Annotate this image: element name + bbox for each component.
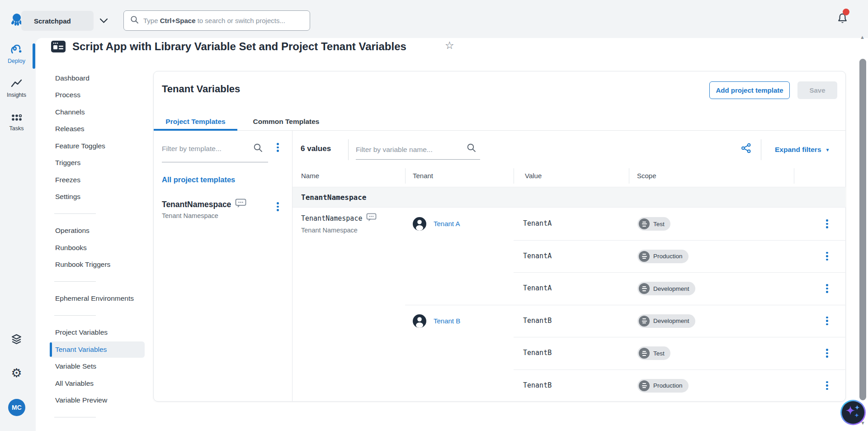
scrollbar-up-arrow[interactable]: ▲: [860, 34, 865, 40]
comment-icon: [366, 213, 377, 224]
settings-gear-icon[interactable]: ⚙: [0, 367, 33, 379]
card-title: Tenant Variables: [162, 83, 240, 95]
sidebar-item-releases[interactable]: Releases: [41, 121, 145, 138]
project-window-icon: [51, 40, 66, 55]
scope-chip: Production: [637, 379, 689, 393]
project-switcher-label: Scratchpad: [34, 17, 71, 25]
sidebar-item-settings[interactable]: Settings: [41, 189, 145, 206]
deploy-icon: [10, 48, 23, 56]
scope-chip: Development: [637, 282, 695, 295]
template-filter-underline: [162, 162, 268, 162]
sidebar-item-ephemeral-environments[interactable]: Ephemeral Environments: [41, 290, 145, 308]
row-actions-kebab[interactable]: [824, 379, 830, 392]
template-filter-input[interactable]: Filter by template...: [162, 145, 222, 153]
search-icon: [467, 143, 476, 154]
sidebar-divider: [41, 409, 145, 426]
template-list-item[interactable]: TenantNamespace: [162, 199, 246, 211]
column-separator: [794, 168, 794, 184]
sidebar-item-triggers[interactable]: Triggers: [41, 155, 145, 172]
variable-value: TenantB: [523, 317, 552, 325]
sidebar-item-project-variables[interactable]: Project Variables: [41, 324, 145, 341]
table-row: TenantNamespace Tenant Namespace Tenant …: [292, 208, 846, 240]
sidebar-item-feature-toggles[interactable]: Feature Toggles: [41, 137, 145, 155]
expand-filters-button[interactable]: Expand filters ▼: [775, 146, 830, 154]
tenant-link[interactable]: Tenant B: [434, 317, 460, 325]
table-row: TenantB Production: [292, 369, 846, 402]
variable-description: Tenant Namespace: [301, 227, 358, 234]
sidebar-item-channels[interactable]: Channels: [41, 104, 145, 121]
table-row: TenantA Production: [292, 240, 846, 273]
scrollbar-thumb[interactable]: [859, 59, 866, 400]
column-header-name: Name: [301, 172, 319, 180]
row-actions-kebab[interactable]: [824, 315, 830, 327]
sidebar-divider: [41, 205, 145, 223]
search-icon: [253, 143, 263, 154]
header-divider: [348, 139, 349, 160]
values-table: TenantNamespace Tenant Namespace Tenant …: [292, 208, 846, 402]
sidebar-item-dashboard[interactable]: Dashboard: [41, 70, 145, 87]
variable-filter-underline: [356, 159, 480, 160]
variable-value: TenantB: [523, 349, 552, 357]
sidebar-item-variable-preview[interactable]: Variable Preview: [41, 392, 145, 409]
table-row: TenantA Development: [292, 272, 846, 305]
layers-icon[interactable]: [0, 333, 33, 347]
scope-chip: Test: [637, 346, 670, 360]
user-avatar[interactable]: MC: [8, 399, 25, 416]
table-row: TenantB Test: [292, 337, 846, 369]
column-header-scope: Scope: [637, 172, 656, 180]
add-project-template-button[interactable]: Add project template: [709, 81, 790, 99]
sidebar-divider: [41, 307, 145, 324]
column-header-tenant: Tenant: [413, 172, 433, 180]
template-filter-kebab-menu[interactable]: [275, 141, 281, 154]
rail-item-insights[interactable]: Insights: [0, 79, 33, 98]
environment-icon: [639, 380, 650, 391]
sparkles-icon: [842, 401, 864, 424]
rail-item-tasks[interactable]: Tasks: [0, 113, 33, 132]
sidebar-item-all-variables[interactable]: All Variables: [41, 375, 145, 392]
template-tabs: Project Templates Common Templates: [154, 113, 845, 131]
row-actions-kebab[interactable]: [824, 250, 830, 263]
sidebar-item-process[interactable]: Process: [41, 87, 145, 104]
environment-icon: [639, 218, 650, 229]
rail-item-label: Insights: [0, 92, 33, 98]
ai-assistant-button[interactable]: [840, 400, 866, 425]
chevron-down-icon[interactable]: [99, 17, 108, 25]
tab-common-templates[interactable]: Common Templates: [244, 113, 328, 130]
column-separator: [629, 168, 629, 184]
search-placeholder: Type Ctrl+Space to search or switch proj…: [143, 17, 285, 24]
sidebar-item-runbook-triggers[interactable]: Runbook Triggers: [41, 256, 145, 274]
project-switcher[interactable]: Scratchpad: [21, 11, 94, 31]
search-icon: [130, 15, 139, 26]
variable-filter-input[interactable]: Filter by variable name...: [356, 146, 433, 154]
sidebar-item-operations[interactable]: Operations: [41, 223, 145, 240]
variable-value: TenantA: [523, 284, 552, 292]
sidebar-item-variable-sets[interactable]: Variable Sets: [41, 358, 145, 375]
notification-badge: [843, 9, 849, 15]
sidebar-item-freezes[interactable]: Freezes: [41, 171, 145, 189]
tasks-dots-icon: [10, 116, 23, 123]
sidebar-item-tenant-variables[interactable]: Tenant Variables: [41, 341, 145, 358]
row-actions-kebab[interactable]: [824, 347, 830, 360]
share-icon[interactable]: [741, 143, 751, 155]
variable-value: TenantB: [523, 381, 552, 389]
template-list-item-description: Tenant Namespace: [162, 212, 218, 219]
template-item-kebab-menu[interactable]: [275, 200, 281, 213]
variable-group-header: TenantNamespace: [292, 187, 846, 208]
all-project-templates-link[interactable]: All project templates: [162, 175, 235, 184]
rail-item-deploy[interactable]: Deploy: [0, 43, 33, 64]
tenant-avatar-icon: [413, 217, 426, 232]
tab-project-templates[interactable]: Project Templates: [154, 113, 237, 130]
column-separator: [514, 168, 514, 184]
values-count: 6 values: [301, 144, 331, 153]
favorite-star-icon[interactable]: ☆: [445, 39, 454, 52]
row-actions-kebab[interactable]: [824, 218, 830, 230]
tenant-link[interactable]: Tenant A: [434, 220, 460, 227]
scope-chip: Test: [637, 217, 670, 231]
save-button[interactable]: Save: [797, 81, 837, 99]
header-divider: [761, 139, 761, 160]
sidebar-item-runbooks[interactable]: Runbooks: [41, 239, 145, 256]
tenant-variables-card: Tenant Variables Add project template Sa…: [153, 71, 846, 402]
row-actions-kebab[interactable]: [824, 282, 830, 295]
global-search-input[interactable]: Type Ctrl+Space to search or switch proj…: [123, 10, 310, 31]
sidebar-divider: [41, 273, 145, 290]
